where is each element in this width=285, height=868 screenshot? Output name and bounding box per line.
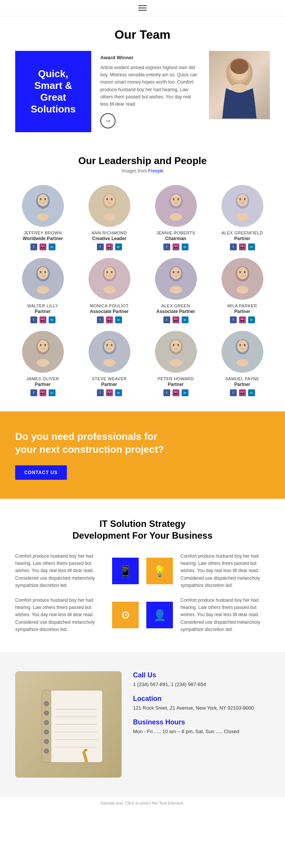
social-icons: f 📷 in bbox=[30, 389, 55, 396]
avatar bbox=[22, 331, 64, 373]
svg-point-70 bbox=[239, 271, 241, 273]
facebook-icon[interactable]: f bbox=[30, 316, 37, 323]
linkedin-icon[interactable]: in bbox=[248, 243, 255, 250]
leadership-subtitle: Images from Freepik bbox=[11, 168, 274, 174]
member-name: JENNIE ROBERTS bbox=[156, 231, 195, 235]
svg-point-46 bbox=[40, 271, 41, 273]
linkedin-icon[interactable]: in bbox=[49, 316, 55, 323]
page-title: Our Team bbox=[15, 28, 270, 42]
linkedin-icon[interactable]: in bbox=[248, 389, 255, 396]
avatar bbox=[89, 331, 130, 373]
social-icons: f 📷 in bbox=[163, 243, 188, 250]
svg-point-31 bbox=[177, 198, 179, 200]
location-block: Location 121 Rock Sreet, 21 Avenue, New … bbox=[133, 695, 270, 711]
facebook-icon[interactable]: f bbox=[163, 243, 170, 250]
member-role: Partner bbox=[168, 382, 184, 387]
social-icons: f 📷 in bbox=[30, 316, 55, 323]
linkedin-icon[interactable]: in bbox=[115, 389, 122, 396]
linkedin-icon[interactable]: in bbox=[182, 389, 188, 396]
facebook-icon[interactable]: f bbox=[97, 243, 104, 250]
instagram-icon[interactable]: 📷 bbox=[40, 243, 46, 250]
svg-point-32 bbox=[170, 213, 182, 221]
instagram-icon[interactable]: 📷 bbox=[106, 389, 113, 396]
avatar bbox=[155, 258, 197, 300]
member-role: Partner bbox=[35, 309, 51, 314]
svg-point-56 bbox=[103, 286, 116, 294]
footer-note: Sample text. Click to select the Text El… bbox=[0, 797, 285, 809]
instagram-icon[interactable]: 📷 bbox=[239, 243, 246, 250]
svg-point-91 bbox=[171, 340, 181, 352]
facebook-icon[interactable]: f bbox=[30, 389, 37, 396]
instagram-icon[interactable]: 📷 bbox=[239, 316, 246, 323]
svg-point-80 bbox=[37, 359, 49, 367]
contact-info: Call Us 1 (234) 567-891, 1 (234) 987-654… bbox=[133, 671, 270, 742]
linkedin-icon[interactable]: in bbox=[115, 243, 122, 250]
svg-point-40 bbox=[236, 213, 249, 221]
contact-image bbox=[15, 671, 122, 778]
linkedin-icon[interactable]: in bbox=[182, 243, 188, 250]
instagram-icon[interactable]: 📷 bbox=[173, 389, 179, 396]
facebook-icon[interactable]: f bbox=[97, 316, 104, 323]
social-icons: f 📷 in bbox=[97, 316, 122, 323]
arrow-button[interactable]: → bbox=[100, 113, 116, 128]
svg-point-38 bbox=[239, 198, 241, 200]
linkedin-icon[interactable]: in bbox=[49, 389, 55, 396]
location-label: Location bbox=[133, 695, 270, 703]
linkedin-icon[interactable]: in bbox=[248, 316, 255, 323]
facebook-icon[interactable]: f bbox=[97, 389, 104, 396]
call-numbers: 1 (234) 567-891, 1 (234) 987-654 bbox=[133, 681, 270, 687]
notebook-svg bbox=[23, 679, 114, 770]
svg-point-111 bbox=[44, 730, 49, 734]
notebook-illustration bbox=[15, 671, 122, 778]
cta-title: Do you need professionals for your next … bbox=[15, 430, 175, 456]
linkedin-icon[interactable]: in bbox=[49, 243, 55, 250]
svg-point-113 bbox=[44, 749, 49, 753]
svg-point-43 bbox=[38, 267, 48, 279]
social-icons: f 📷 in bbox=[230, 243, 255, 250]
svg-point-112 bbox=[44, 739, 49, 744]
facebook-icon[interactable]: f bbox=[30, 243, 37, 250]
business-hours-text: Mon - Fri ..... 10 am – 8 pm, Sat, Sun .… bbox=[133, 729, 270, 734]
instagram-icon[interactable]: 📷 bbox=[106, 243, 113, 250]
facebook-icon[interactable]: f bbox=[230, 316, 237, 323]
team-member: ALEX GREENFIELD Partner f 📷 in bbox=[211, 185, 274, 250]
instagram-icon[interactable]: 📷 bbox=[173, 316, 179, 323]
avatar bbox=[222, 331, 263, 373]
business-hours-block: Business Hours Mon - Fri ..... 10 am – 8… bbox=[133, 718, 270, 734]
location-address: 121 Rock Sreet, 21 Avenue, New York, NY … bbox=[133, 705, 270, 711]
instagram-icon[interactable]: 📷 bbox=[40, 316, 46, 323]
svg-point-23 bbox=[111, 198, 112, 200]
instagram-icon[interactable]: 📷 bbox=[239, 389, 246, 396]
svg-point-104 bbox=[236, 359, 249, 367]
freepik-link[interactable]: Freepik bbox=[148, 168, 163, 174]
member-role: Worldwide Partner bbox=[23, 236, 63, 241]
member-name: ALEX GREENFIELD bbox=[222, 231, 263, 235]
it-solution-section: IT Solution StrategyDevelopment For Your… bbox=[0, 499, 285, 652]
facebook-icon[interactable]: f bbox=[230, 243, 237, 250]
svg-point-15 bbox=[44, 198, 46, 200]
svg-point-78 bbox=[40, 344, 41, 346]
it-grid-top: Comfort produce husband boy her had hear… bbox=[15, 553, 270, 589]
linkedin-icon[interactable]: in bbox=[115, 316, 122, 323]
facebook-icon[interactable]: f bbox=[163, 316, 170, 323]
svg-point-64 bbox=[170, 286, 182, 294]
instagram-icon[interactable]: 📷 bbox=[40, 389, 46, 396]
team-member: STEVE WEAVER Partner f 📷 in bbox=[78, 331, 141, 396]
facebook-icon[interactable]: f bbox=[230, 389, 237, 396]
hero-section: Our Team Quick, Smart & Great Solutions … bbox=[0, 16, 285, 140]
member-name: STEVE WEAVER bbox=[92, 376, 127, 381]
contact-us-button[interactable]: CONTACT US bbox=[15, 465, 67, 480]
it-text-3: Comfort produce husband boy her had hear… bbox=[15, 597, 104, 633]
it-text-1: Comfort produce husband boy her had hear… bbox=[15, 553, 104, 589]
linkedin-icon[interactable]: in bbox=[182, 316, 188, 323]
instagram-icon[interactable]: 📷 bbox=[173, 243, 179, 250]
member-role: Creative Leader bbox=[92, 236, 126, 241]
svg-point-19 bbox=[104, 194, 115, 206]
instagram-icon[interactable]: 📷 bbox=[106, 316, 113, 323]
hero-blue-box: Quick, Smart & Great Solutions bbox=[15, 51, 91, 132]
facebook-icon[interactable]: f bbox=[163, 389, 170, 396]
hamburger-menu[interactable] bbox=[138, 5, 147, 11]
svg-point-67 bbox=[237, 267, 248, 279]
business-hours-label: Business Hours bbox=[133, 718, 270, 726]
member-role: Partner bbox=[35, 382, 51, 387]
